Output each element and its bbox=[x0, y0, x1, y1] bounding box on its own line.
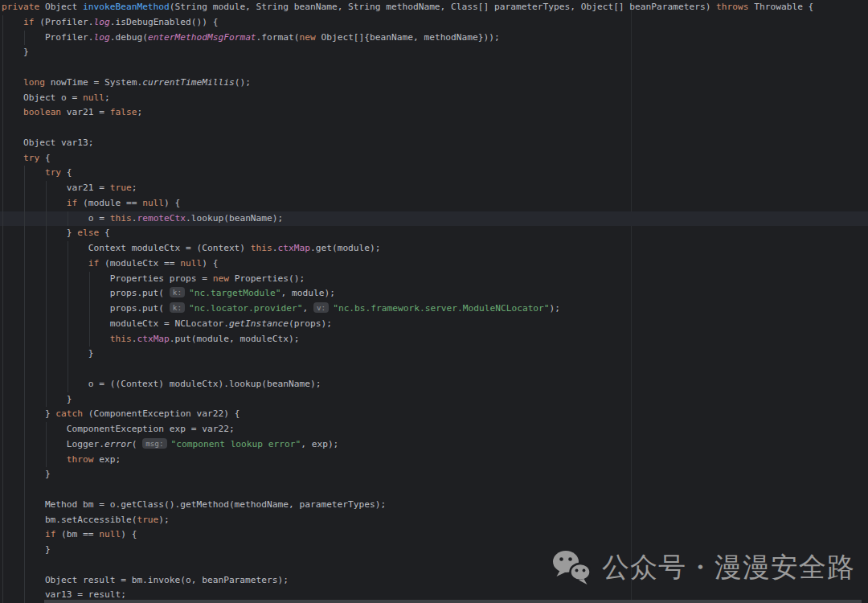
code-text: o = bbox=[2, 213, 110, 224]
code-text: ) { bbox=[164, 198, 180, 208]
method-name: invokeBeanMethod bbox=[83, 2, 170, 12]
code-text: , module); bbox=[281, 288, 335, 298]
code-line: if (Profiler.log.isDebugEnabled()) { bbox=[2, 15, 868, 31]
code-text: ) { bbox=[202, 258, 218, 269]
code-text: . bbox=[272, 243, 278, 253]
keyword: boolean bbox=[23, 107, 61, 117]
watermark-text: 公众号・漫漫安全路 bbox=[602, 549, 855, 586]
code-text: } bbox=[2, 394, 72, 404]
code-text: (moduleCtx == bbox=[99, 258, 180, 269]
wechat-icon bbox=[552, 549, 591, 586]
code-text bbox=[2, 454, 67, 465]
static-method: error bbox=[104, 439, 132, 449]
keyword: null bbox=[180, 258, 202, 269]
code-text: .put(module, moduleCtx); bbox=[170, 334, 300, 344]
code-line: moduleCtx = NCLocator.getInstance(props)… bbox=[2, 317, 868, 332]
code-line: } else { bbox=[2, 226, 868, 241]
code-line: try { bbox=[2, 166, 868, 181]
code-line: try { bbox=[2, 151, 868, 166]
code-text: ; bbox=[104, 92, 110, 103]
code-text: .get(module); bbox=[310, 243, 381, 253]
code-line bbox=[2, 121, 868, 136]
code-text: (module == bbox=[77, 198, 142, 208]
field: ctxMap bbox=[278, 243, 310, 253]
code-text: Object o = bbox=[2, 92, 83, 103]
code-text: } bbox=[2, 228, 77, 238]
keyword: false bbox=[110, 107, 137, 117]
keyword: this bbox=[110, 334, 132, 344]
watermark: 公众号・漫漫安全路 bbox=[552, 549, 855, 586]
code-text: ) { bbox=[121, 529, 137, 539]
code-text: } bbox=[2, 408, 55, 419]
code-text bbox=[2, 334, 110, 344]
code-line: long nowTime = System.currentTimeMillis(… bbox=[2, 76, 868, 91]
string-literal: "nc.bs.framework.server.ModuleNCLocator" bbox=[333, 303, 549, 314]
code-line: props.put( k:"nc.locator.provider", v:"n… bbox=[2, 302, 868, 317]
code-text: ComponentException exp = var22; bbox=[2, 424, 235, 434]
code-text bbox=[2, 198, 67, 208]
string-literal: "nc.locator.provider" bbox=[189, 303, 302, 314]
code-text: , bbox=[302, 303, 313, 314]
static-field: enterMethodMsgFormat bbox=[148, 32, 256, 43]
code-line: o = this.remoteCtx.lookup(beanName); bbox=[2, 211, 868, 227]
code-text: { bbox=[99, 228, 109, 238]
keyword: if bbox=[88, 258, 99, 269]
code-line: if (bm == null) { bbox=[2, 527, 868, 543]
code-text: Object[]{beanName, methodName})); bbox=[316, 32, 500, 43]
code-line: this.ctxMap.put(module, moduleCtx); bbox=[2, 332, 868, 347]
code-text: var21 = bbox=[61, 107, 110, 117]
code-line: } bbox=[2, 467, 868, 482]
code-text: .isDebugEnabled()) { bbox=[110, 17, 219, 27]
code-text: Properties props = bbox=[2, 273, 213, 284]
code-text: nowTime = System. bbox=[45, 77, 142, 88]
code-text: Context moduleCtx = (Context) bbox=[2, 243, 251, 253]
code-text: Throwable { bbox=[749, 2, 814, 12]
keyword: new bbox=[213, 273, 229, 284]
code-line: Context moduleCtx = (Context) this.ctxMa… bbox=[2, 241, 868, 256]
code-text: moduleCtx = NCLocator. bbox=[2, 318, 229, 329]
keyword: if bbox=[45, 529, 55, 539]
keyword: long bbox=[23, 77, 45, 88]
keyword: new bbox=[300, 32, 316, 43]
code-text: .debug( bbox=[110, 32, 148, 43]
string-literal: "component lookup error" bbox=[171, 439, 301, 449]
code-text: bm.setAccessible( bbox=[2, 515, 137, 525]
code-text: } bbox=[2, 544, 51, 555]
code-line: private Object invokeBeanMethod(String m… bbox=[2, 0, 868, 15]
code-text bbox=[2, 77, 23, 88]
code-text: ; bbox=[132, 183, 137, 193]
parameter-hint: v: bbox=[313, 302, 329, 313]
keyword: true bbox=[137, 515, 158, 525]
code-line: props.put( k:"nc.targetModule", module); bbox=[2, 286, 868, 302]
code-text-area[interactable]: private Object invokeBeanMethod(String m… bbox=[2, 0, 868, 603]
code-text bbox=[2, 529, 45, 539]
code-line: } bbox=[2, 347, 868, 362]
code-line: throw exp; bbox=[2, 453, 868, 468]
keyword: try bbox=[23, 153, 39, 163]
code-text: exp; bbox=[94, 454, 121, 465]
keyword: throw bbox=[67, 454, 94, 465]
field: ctxMap bbox=[137, 334, 169, 344]
code-text bbox=[2, 107, 23, 117]
parameter-hint: k: bbox=[170, 302, 185, 313]
keyword: this bbox=[251, 243, 272, 253]
keyword: true bbox=[110, 183, 132, 193]
code-text: Object var13; bbox=[2, 137, 94, 148]
code-line bbox=[2, 362, 868, 377]
code-editor[interactable]: private Object invokeBeanMethod(String m… bbox=[0, 0, 868, 603]
code-text: (bm == bbox=[55, 529, 99, 539]
keyword: if bbox=[23, 17, 34, 27]
code-text: Profiler. bbox=[2, 32, 94, 43]
code-text: (ComponentException var22) { bbox=[83, 408, 240, 419]
code-text: (props); bbox=[289, 318, 332, 329]
keyword: catch bbox=[55, 408, 83, 419]
code-line: Object o = null; bbox=[2, 91, 868, 106]
code-line: Properties props = new Properties(); bbox=[2, 272, 868, 287]
code-text: .format( bbox=[256, 32, 300, 43]
code-line: if (module == null) { bbox=[2, 196, 868, 211]
code-text: { bbox=[61, 167, 72, 178]
code-text: Logger. bbox=[2, 439, 104, 449]
code-text: Object result = bm.invoke(o, beanParamet… bbox=[2, 575, 289, 585]
code-text bbox=[2, 258, 88, 269]
horizontal-scrollbar[interactable] bbox=[44, 600, 862, 603]
